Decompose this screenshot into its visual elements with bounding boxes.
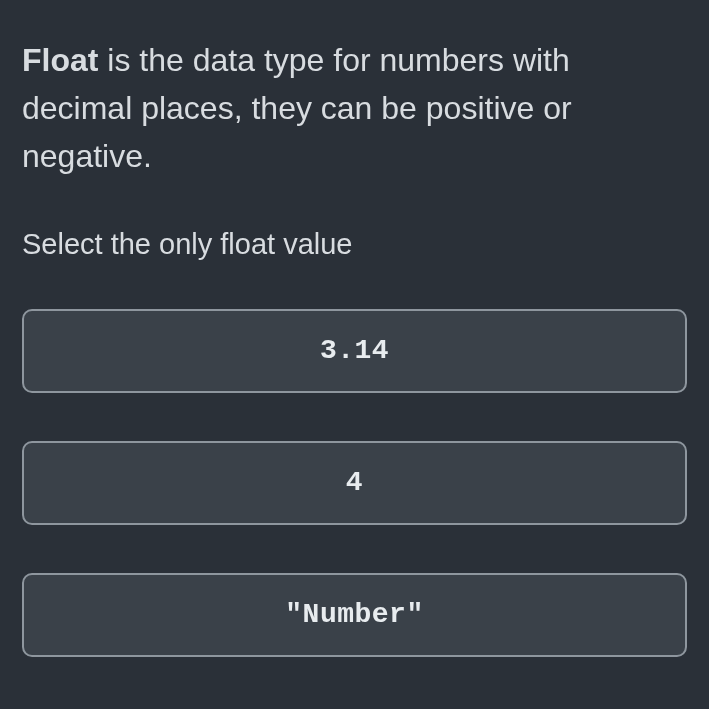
option-button-3[interactable]: "Number" (22, 573, 687, 657)
options-container: 3.14 4 "Number" (22, 309, 687, 657)
question-prompt: Select the only float value (22, 224, 687, 265)
option-button-2[interactable]: 4 (22, 441, 687, 525)
intro-text: Float is the data type for numbers with … (22, 36, 687, 180)
intro-description: is the data type for numbers with decima… (22, 42, 572, 174)
option-label: "Number" (285, 599, 423, 630)
option-label: 4 (346, 467, 363, 498)
term-float: Float (22, 42, 98, 78)
option-label: 3.14 (320, 335, 389, 366)
option-button-1[interactable]: 3.14 (22, 309, 687, 393)
